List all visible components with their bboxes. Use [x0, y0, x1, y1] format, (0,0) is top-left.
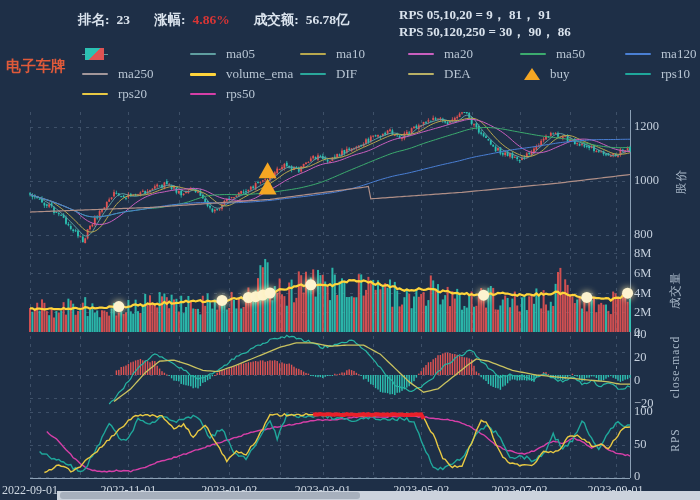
rps-tick-50: 50 [634, 437, 647, 452]
legend-label-rps10: rps10 [661, 66, 690, 82]
macd-tick-40: 40 [634, 327, 647, 342]
stock-chart-window: 排名:23涨幅:4.86%成交额:56.78亿 RPS 05,10,20 = 9… [0, 0, 700, 500]
scrollbar-thumb[interactable] [60, 492, 360, 499]
ma20-swatch-icon [408, 53, 434, 55]
dea-swatch-icon [408, 73, 434, 75]
legend-item-buy[interactable]: buy [520, 66, 570, 82]
rps-summary-line2: RPS 50,120,250 = 30， 90， 86 [399, 23, 571, 41]
legend-label-ma20: ma20 [444, 46, 473, 62]
volume_ema-swatch-icon [190, 73, 216, 76]
legend-label-ma10: ma10 [336, 46, 365, 62]
rps-tick-0: 0 [634, 469, 640, 484]
page-title: 电子车牌 [6, 57, 66, 76]
turnover-value: 56.78亿 [306, 12, 350, 27]
legend-label-ma120: ma120 [661, 46, 696, 62]
volume-tick-4M: 4M [634, 286, 651, 301]
legend-item-ma120[interactable]: ma120 [625, 46, 696, 62]
ma250-swatch-icon [82, 73, 108, 75]
legend-item-ma50[interactable]: ma50 [520, 46, 585, 62]
header-stats: 排名:23涨幅:4.86%成交额:56.78亿 [78, 11, 350, 29]
ma10-swatch-icon [300, 53, 326, 55]
volume-tick-6M: 6M [634, 266, 651, 281]
rank-label: 排名: [78, 12, 110, 27]
macd-tick-0: 0 [634, 373, 640, 388]
volume-tick-2M: 2M [634, 305, 651, 320]
dif-swatch-icon [300, 73, 326, 75]
turnover-label: 成交额: [254, 12, 299, 27]
rps10-swatch-icon [625, 73, 651, 75]
panel-label-0: 股价 [674, 132, 689, 232]
macd-tick-20: 20 [634, 350, 647, 365]
legend-label-rps20: rps20 [118, 86, 147, 102]
legend-label-rps50: rps50 [226, 86, 255, 102]
rps-summary-line1: RPS 05,10,20 = 9， 81， 91 [399, 6, 551, 24]
rps20-swatch-icon [82, 93, 108, 95]
legend-item-ma10[interactable]: ma10 [300, 46, 365, 62]
panel-label-3: RPS [669, 390, 681, 490]
change-value: 4.86% [193, 12, 230, 27]
legend-label-ma05: ma05 [226, 46, 255, 62]
legend-item-candle[interactable] [82, 46, 108, 62]
price-tick-1200: 1200 [634, 119, 659, 134]
legend-label-buy: buy [550, 66, 570, 82]
legend-item-rps50[interactable]: rps50 [190, 86, 255, 102]
candle-swatch-icon [85, 48, 104, 60]
legend-label-volume_ema: volume_ema [226, 66, 293, 82]
rps-tick-100: 100 [634, 404, 653, 419]
legend-item-ma20[interactable]: ma20 [408, 46, 473, 62]
price-tick-1000: 1000 [634, 173, 659, 188]
volume-tick-8M: 8M [634, 246, 651, 261]
horizontal-scrollbar[interactable] [57, 491, 700, 500]
legend-label-dif: DIF [336, 66, 357, 82]
change-label: 涨幅: [154, 12, 186, 27]
legend-item-rps20[interactable]: rps20 [82, 86, 147, 102]
legend-item-ma250[interactable]: ma250 [82, 66, 153, 82]
price-tick-800: 800 [634, 227, 653, 242]
rank-value: 23 [117, 12, 131, 27]
legend-item-ma05[interactable]: ma05 [190, 46, 255, 62]
candle-swatch-icon [82, 48, 108, 61]
ma05-swatch-icon [190, 53, 216, 55]
ma50-swatch-icon [520, 53, 546, 55]
legend-label-ma50: ma50 [556, 46, 585, 62]
legend-label-dea: DEA [444, 66, 471, 82]
ma120-swatch-icon [625, 53, 651, 55]
rps50-swatch-icon [190, 93, 216, 95]
legend-item-volume_ema[interactable]: volume_ema [190, 66, 293, 82]
buy-swatch-icon [524, 68, 540, 80]
legend-item-dif[interactable]: DIF [300, 66, 357, 82]
legend-label-ma250: ma250 [118, 66, 153, 82]
legend-item-dea[interactable]: DEA [408, 66, 471, 82]
legend-item-rps10[interactable]: rps10 [625, 66, 690, 82]
